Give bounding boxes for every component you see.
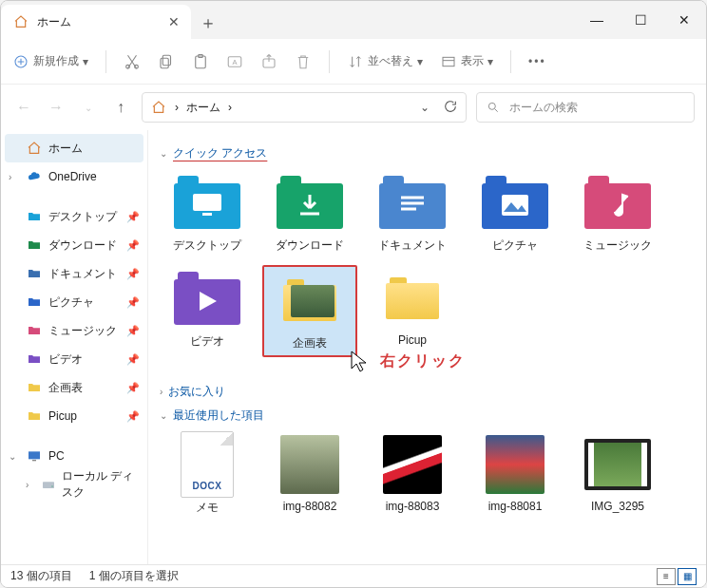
sort-button[interactable]: 並べ替え▾ — [347, 53, 423, 70]
collapse-caret-icon[interactable]: ⌄ — [9, 451, 20, 462]
folder-item[interactable]: ビデオ — [160, 265, 255, 357]
item-label: 企画表 — [293, 335, 327, 351]
path-sep: › — [228, 101, 232, 114]
sort-label: 並べ替え — [368, 53, 413, 69]
more-button[interactable]: ••• — [528, 55, 546, 68]
sort-icon — [347, 53, 364, 70]
section-recent[interactable]: ⌄ 最近使用した項目 — [160, 408, 695, 424]
forward-button[interactable]: → — [45, 96, 67, 119]
folder-item[interactable]: ドキュメント — [365, 169, 460, 257]
folder-item[interactable]: ダウンロード — [262, 169, 357, 257]
item-label: ミュージック — [583, 237, 652, 254]
svg-rect-14 — [43, 482, 54, 488]
folder-icon — [272, 173, 348, 232]
plus-circle-icon — [12, 53, 29, 70]
quick-access-grid: デスクトップ ダウンロード ドキュメント ピクチャ ミュージック ビデオ 企画表… — [160, 169, 695, 357]
rename-icon[interactable]: A — [226, 53, 243, 70]
file-item[interactable]: img-88081 — [468, 431, 563, 520]
cloud-icon — [26, 168, 43, 185]
expand-caret-icon[interactable]: › — [26, 480, 35, 490]
separator — [510, 50, 511, 73]
section-label: 最近使用した項目 — [173, 408, 264, 424]
folder-icon — [26, 351, 43, 368]
collapse-caret-icon[interactable]: ⌄ — [160, 148, 167, 159]
sidebar-label: ビデオ — [48, 351, 83, 368]
pin-icon: 📌 — [126, 325, 140, 337]
sidebar-item-pinned[interactable]: 企画表 📌 — [1, 373, 147, 402]
sidebar-label: ホーム — [48, 141, 83, 157]
sidebar-item-pinned[interactable]: ドキュメント 📌 — [1, 259, 147, 288]
view-large-icons-button[interactable]: ▦ — [678, 568, 697, 585]
close-window-button[interactable]: ✕ — [662, 1, 706, 39]
folder-icon — [26, 408, 43, 425]
sidebar-item-pinned[interactable]: デスクトップ 📌 — [1, 202, 147, 231]
sidebar-item-pinned[interactable]: ダウンロード 📌 — [1, 231, 147, 259]
sidebar-item-pinned[interactable]: ビデオ 📌 — [1, 345, 147, 373]
search-icon — [485, 99, 502, 116]
folder-item[interactable]: ピクチャ — [468, 169, 563, 257]
folder-icon — [374, 269, 450, 328]
history-chevron-icon[interactable]: ⌄ — [77, 96, 100, 119]
svg-text:A: A — [232, 58, 237, 66]
folder-item[interactable]: Picup — [365, 265, 460, 357]
folder-icon — [374, 173, 450, 232]
search-box[interactable]: ホームの検索 — [476, 92, 695, 123]
sidebar-item-pc[interactable]: ⌄ PC — [1, 442, 147, 470]
expand-caret-icon[interactable]: › — [9, 172, 20, 182]
expand-caret-icon[interactable]: › — [160, 387, 162, 397]
address-bar[interactable]: › ホーム › ⌄ — [142, 92, 467, 123]
sidebar-item-pinned[interactable]: Picup 📌 — [1, 402, 147, 430]
content-area: ⌄ クイック アクセス デスクトップ ダウンロード ドキュメント ピクチャ ミュ… — [148, 130, 706, 564]
file-item[interactable]: img-88082 — [262, 431, 357, 520]
paste-icon[interactable] — [192, 53, 209, 70]
item-label: img-88081 — [488, 500, 543, 513]
copy-icon[interactable] — [158, 53, 175, 70]
close-tab-icon[interactable]: ✕ — [168, 14, 180, 29]
folder-icon — [26, 265, 43, 282]
share-icon[interactable] — [260, 53, 277, 70]
new-label: 新規作成 — [33, 53, 79, 69]
folder-item[interactable]: デスクトップ — [160, 169, 255, 257]
sidebar-item-localdisk[interactable]: › ローカル ディスク — [1, 470, 147, 499]
section-favorites[interactable]: › お気に入り — [160, 384, 695, 400]
chevron-down-icon: ▾ — [487, 55, 493, 68]
pin-icon: 📌 — [126, 382, 140, 394]
sidebar-item-pinned[interactable]: ピクチャ 📌 — [1, 288, 147, 316]
maximize-button[interactable]: ☐ — [619, 1, 662, 39]
item-label: ビデオ — [190, 333, 224, 350]
file-item[interactable]: IMG_3295 — [570, 431, 665, 520]
minimize-button[interactable]: ― — [575, 1, 619, 39]
folder-item[interactable]: 企画表 — [262, 265, 357, 357]
sidebar: ホーム › OneDrive デスクトップ 📌 ダウンロード 📌 ドキュメント … — [1, 130, 148, 564]
new-tab-button[interactable]: ＋ — [191, 7, 225, 39]
path-root[interactable]: ホーム — [186, 100, 220, 116]
address-chevron-icon[interactable]: ⌄ — [420, 101, 430, 114]
section-quick-access[interactable]: ⌄ クイック アクセス — [160, 145, 695, 161]
new-button[interactable]: 新規作成 ▾ — [12, 53, 88, 70]
view-details-button[interactable]: ≡ — [657, 568, 676, 585]
section-label: お気に入り — [168, 384, 225, 400]
refresh-icon[interactable] — [443, 99, 458, 117]
folder-item[interactable]: ミュージック — [570, 169, 665, 257]
item-label: ドキュメント — [378, 237, 447, 254]
view-button[interactable]: 表示▾ — [440, 53, 493, 70]
window-tab[interactable]: ホーム ✕ — [1, 5, 191, 39]
cut-icon[interactable] — [124, 53, 141, 70]
item-label: ダウンロード — [276, 237, 344, 254]
collapse-caret-icon[interactable]: ⌄ — [160, 410, 167, 421]
sidebar-item-home[interactable]: ホーム — [5, 134, 143, 162]
cursor-icon — [350, 350, 369, 374]
folder-icon — [169, 269, 245, 328]
sidebar-item-pinned[interactable]: ミュージック 📌 — [1, 316, 147, 345]
file-item[interactable]: img-88083 — [365, 431, 460, 520]
up-button[interactable]: ↑ — [109, 96, 132, 119]
view-icon — [440, 53, 457, 70]
file-item[interactable]: DOCXメモ — [160, 431, 255, 520]
svg-rect-18 — [502, 195, 528, 216]
sidebar-label: ドキュメント — [48, 266, 117, 282]
delete-icon[interactable] — [295, 53, 312, 70]
back-button[interactable]: ← — [12, 96, 35, 119]
status-count: 13 個の項目 — [10, 568, 72, 584]
folder-icon — [26, 208, 43, 225]
sidebar-item-onedrive[interactable]: › OneDrive — [1, 162, 147, 191]
